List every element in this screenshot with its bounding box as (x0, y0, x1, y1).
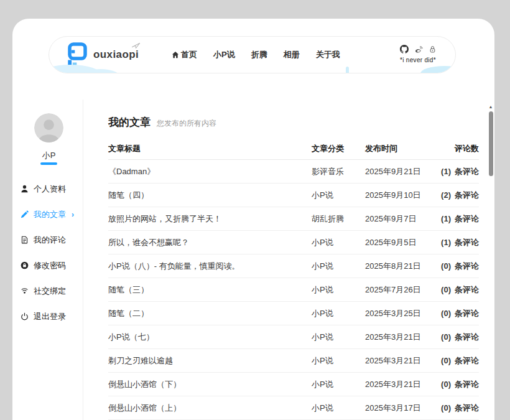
comment-suffix: 条评论 (455, 254, 479, 278)
article-date: 2025年9月5日 (365, 231, 416, 254)
user-icon (21, 185, 29, 194)
navbar-tagline: *i never did* (387, 57, 449, 63)
article-category[interactable]: 小P说 (312, 254, 333, 278)
col-header-title: 文章标题 (108, 143, 141, 154)
article-title[interactable]: 小P说（七） (108, 325, 154, 349)
comment-suffix: 条评论 (455, 278, 479, 302)
article-category[interactable]: 小P说 (312, 373, 333, 396)
article-category[interactable]: 小P说 (312, 278, 333, 302)
comment-suffix: 条评论 (455, 325, 479, 349)
article-date: 2025年3月21日 (365, 325, 421, 349)
sidebar-divider (83, 100, 83, 420)
article-title[interactable]: 倒悬山小酒馆（上） (108, 396, 181, 420)
comment-count: (2) (441, 184, 451, 207)
article-comments[interactable]: (1)条评论 (441, 231, 479, 254)
article-category[interactable]: 胡乱折腾 (312, 207, 344, 231)
page-title-row: 我的文章 您发布的所有内容 (108, 115, 216, 129)
nav-item-2[interactable]: 折腾 (251, 49, 267, 60)
article-category[interactable]: 影评音乐 (312, 160, 344, 184)
table-row: 随笔（二）小P说2025年3月25日(0)条评论 (108, 302, 479, 325)
sidebar-item-0[interactable]: 个人资料 (21, 176, 90, 202)
article-category[interactable]: 小P说 (312, 184, 333, 207)
sidebar-menu: 个人资料我的文章›我的评论修改密码社交绑定退出登录 (21, 176, 90, 329)
comment-count: (1) (441, 231, 451, 254)
article-date: 2025年3月25日 (365, 302, 421, 325)
article-comments[interactable]: (2)条评论 (441, 184, 479, 207)
page-subtitle: 您发布的所有内容 (157, 118, 216, 129)
col-header-category: 文章分类 (312, 143, 344, 154)
table-row: 小P说（八）- 有负能量，慎重阅读。小P说2025年8月21日(0)条评论 (108, 254, 479, 278)
article-comments[interactable]: (1)条评论 (441, 207, 479, 231)
article-comments[interactable]: (0)条评论 (441, 278, 479, 302)
article-title[interactable]: 所以，谁会不想赢呢？ (108, 231, 189, 254)
comment-count: (0) (441, 254, 451, 278)
nav-item-1[interactable]: 小P说 (213, 49, 235, 60)
comment-count: (1) (441, 160, 451, 184)
scrollbar-thumb[interactable] (489, 111, 493, 176)
comment-suffix: 条评论 (455, 184, 479, 207)
nav-item-label: 小P说 (213, 49, 235, 60)
article-comments[interactable]: (1)条评论 (441, 160, 479, 184)
table-header: 文章标题 文章分类 发布时间 评论数 (108, 138, 479, 160)
article-comments[interactable]: (0)条评论 (441, 254, 479, 278)
article-title[interactable]: 放照片的网站，又折腾了半天！ (108, 207, 221, 231)
username: 小P (28, 150, 70, 161)
avatar[interactable] (34, 113, 63, 142)
article-title[interactable]: 《Dadman》 (108, 160, 155, 184)
article-date: 2025年9月21日 (365, 160, 421, 184)
article-comments[interactable]: (0)条评论 (441, 396, 479, 420)
sidebar-item-2[interactable]: 我的评论 (21, 227, 90, 253)
article-comments[interactable]: (0)条评论 (441, 325, 479, 349)
share-icon (21, 287, 29, 296)
article-title[interactable]: 随笔（四） (108, 184, 149, 207)
table-row: 放照片的网站，又折腾了半天！胡乱折腾2025年9月7日(1)条评论 (108, 207, 479, 231)
comment-suffix: 条评论 (455, 396, 479, 420)
table-row: 随笔（四）小P说2025年9月10日(2)条评论 (108, 184, 479, 207)
article-date: 2025年9月10日 (365, 184, 421, 207)
sidebar-item-4[interactable]: 社交绑定 (21, 278, 90, 304)
scrollbar-up-arrow[interactable]: ▲ (488, 105, 493, 109)
article-category[interactable]: 小P说 (312, 396, 333, 420)
article-category[interactable]: 小P说 (312, 349, 333, 373)
paper-plane-doodle (131, 41, 141, 49)
sidebar-item-1[interactable]: 我的文章› (21, 202, 90, 227)
article-title[interactable]: 小P说（八）- 有负能量，慎重阅读。 (108, 254, 240, 278)
article-comments[interactable]: (0)条评论 (441, 373, 479, 396)
power-icon (21, 312, 29, 321)
article-comments[interactable]: (0)条评论 (441, 349, 479, 373)
article-category[interactable]: 小P说 (312, 231, 333, 254)
article-category[interactable]: 小P说 (312, 302, 333, 325)
comment-suffix: 条评论 (455, 349, 479, 373)
col-header-date: 发布时间 (365, 143, 397, 154)
lock-icon[interactable] (429, 45, 436, 53)
comment-suffix: 条评论 (455, 207, 479, 231)
sidebar-item-label: 社交绑定 (34, 286, 66, 297)
sidebar-item-5[interactable]: 退出登录 (21, 304, 90, 329)
comment-icon (21, 236, 29, 245)
nav-item-0[interactable]: 首页 (172, 49, 197, 60)
article-category[interactable]: 小P说 (312, 325, 333, 349)
sidebar-item-3[interactable]: 修改密码 (21, 253, 90, 278)
article-title[interactable]: 剃刀之刃难以逾越 (108, 349, 173, 373)
article-date: 2025年3月21日 (365, 373, 421, 396)
navbar: ouxiaopi 首页小P说折腾相册关于我 *i never did* (49, 36, 456, 73)
nav-item-label: 关于我 (316, 49, 340, 60)
comment-count: (0) (441, 373, 451, 396)
col-header-comments: 评论数 (455, 143, 479, 154)
github-icon[interactable] (400, 45, 409, 54)
pen-icon (21, 210, 29, 219)
navbar-icons (387, 45, 449, 54)
nav-item-4[interactable]: 关于我 (316, 49, 340, 60)
avatar-placeholder-icon (34, 113, 63, 142)
comment-suffix: 条评论 (455, 231, 479, 254)
nav-item-label: 首页 (181, 49, 197, 60)
article-title[interactable]: 随笔（二） (108, 302, 149, 325)
article-title[interactable]: 随笔（三） (108, 278, 149, 302)
logo-icon (65, 42, 87, 68)
article-title[interactable]: 倒悬山小酒馆（下） (108, 373, 181, 396)
password-icon (21, 261, 29, 270)
nav-item-3[interactable]: 相册 (284, 49, 300, 60)
article-comments[interactable]: (0)条评论 (441, 302, 479, 325)
weibo-icon[interactable] (415, 45, 423, 54)
nav-links: 首页小P说折腾相册关于我 (172, 37, 340, 73)
